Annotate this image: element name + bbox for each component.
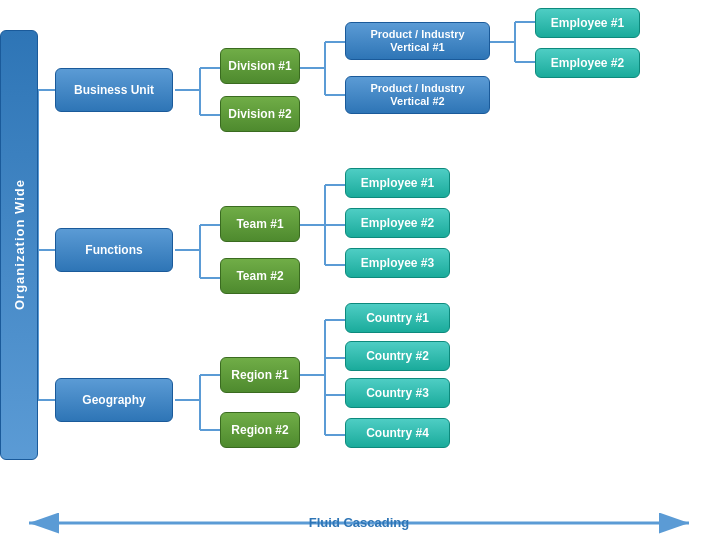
fluid-cascading-section: Fluid Cascading <box>0 505 718 540</box>
fluid-arrow: Fluid Cascading <box>19 508 699 538</box>
country4-node: Country #4 <box>345 418 450 448</box>
geography-node: Geography <box>55 378 173 422</box>
fluid-cascading-label: Fluid Cascading <box>309 515 409 530</box>
country1-node: Country #1 <box>345 303 450 333</box>
product-vertical1-node: Product / Industry Vertical #1 <box>345 22 490 60</box>
bu-employee1-node: Employee #1 <box>535 8 640 38</box>
country3-node: Country #3 <box>345 378 450 408</box>
division1-node: Division #1 <box>220 48 300 84</box>
fn-employee1-node: Employee #1 <box>345 168 450 198</box>
org-wide-label: Organization Wide <box>0 30 38 460</box>
fn-employee3-node: Employee #3 <box>345 248 450 278</box>
fn-employee2-node: Employee #2 <box>345 208 450 238</box>
diagram-container: Organization Wide Business Unit Function… <box>0 0 718 510</box>
product-vertical2-node: Product / Industry Vertical #2 <box>345 76 490 114</box>
region1-node: Region #1 <box>220 357 300 393</box>
team2-node: Team #2 <box>220 258 300 294</box>
functions-node: Functions <box>55 228 173 272</box>
bu-employee2-node: Employee #2 <box>535 48 640 78</box>
team1-node: Team #1 <box>220 206 300 242</box>
division2-node: Division #2 <box>220 96 300 132</box>
region2-node: Region #2 <box>220 412 300 448</box>
business-unit-node: Business Unit <box>55 68 173 112</box>
country2-node: Country #2 <box>345 341 450 371</box>
